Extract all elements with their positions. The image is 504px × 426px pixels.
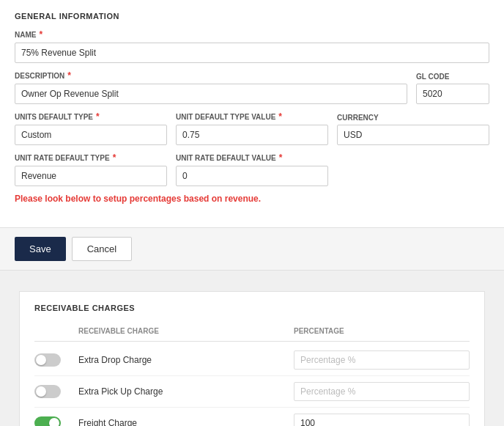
receivable-section: Receivable Charges Receivable Charge Per… (19, 291, 485, 426)
currency-group: Currency (337, 114, 489, 145)
receivable-table: Receivable Charge Percentage Extra Drop … (34, 324, 470, 426)
rate-row: Unit Rate Default Type * Unit Rate Defau… (15, 153, 489, 186)
unit-rate-value-group: Unit Rate Default Value * (176, 153, 328, 186)
toggle-switch-extra-drop[interactable] (34, 353, 61, 367)
rate-val-required: * (279, 153, 283, 163)
save-button[interactable]: Save (15, 237, 66, 261)
table-row: Freight Charge (34, 408, 470, 426)
units-type-required: * (96, 111, 100, 122)
general-info-title: General Information (15, 12, 489, 21)
toggle-extra-drop[interactable] (34, 353, 78, 367)
rate-type-required: * (113, 153, 116, 163)
units-default-type-input[interactable] (15, 125, 167, 145)
gl-code-label: GL Code (416, 73, 489, 81)
toggle-knob (36, 386, 46, 397)
unit-default-value-input[interactable] (176, 125, 328, 145)
unit-rate-type-label: Unit Rate Default Type * (15, 153, 167, 163)
toggle-knob (49, 418, 59, 426)
name-required: * (39, 29, 42, 40)
general-info-section: General Information Name * Description * (0, 0, 504, 228)
col-toggle-spacer (34, 327, 78, 335)
unit-rate-type-input[interactable] (15, 166, 167, 186)
gl-code-input[interactable] (416, 84, 489, 104)
page-wrapper: General Information Name * Description * (0, 0, 504, 426)
pct-input-extra-pickup[interactable] (294, 382, 470, 401)
description-label: Description * (15, 70, 407, 81)
toggle-freight[interactable] (34, 416, 78, 426)
unit-default-value-group: Unit Default Type Value * (176, 111, 328, 145)
receivable-wrapper: Receivable Charges Receivable Charge Per… (0, 271, 504, 426)
table-row: Extra Pick Up Charge (34, 376, 470, 408)
pct-input-extra-drop[interactable] (294, 350, 470, 370)
unit-default-value-label: Unit Default Type Value * (176, 111, 328, 122)
toggle-switch-extra-pickup[interactable] (34, 385, 61, 398)
description-input[interactable] (15, 84, 407, 104)
name-row: Name * (15, 29, 489, 63)
unit-val-required: * (278, 111, 282, 122)
currency-label: Currency (337, 114, 489, 122)
pct-input-freight[interactable] (294, 414, 470, 426)
units-default-type-group: Units Default Type * (15, 111, 167, 145)
unit-rate-type-group: Unit Rate Default Type * (15, 153, 167, 186)
charge-name-extra-pickup: Extra Pick Up Charge (78, 386, 294, 397)
name-input[interactable] (15, 43, 489, 63)
col-percentage-header: Percentage (294, 327, 470, 335)
action-bar: Save Cancel (0, 228, 504, 271)
description-group: Description * (15, 70, 407, 104)
description-required: * (67, 70, 71, 81)
cancel-button[interactable]: Cancel (72, 237, 132, 261)
col-charge-header: Receivable Charge (78, 327, 294, 335)
unit-rate-value-label: Unit Rate Default Value * (176, 153, 328, 163)
receivable-title: Receivable Charges (34, 304, 470, 312)
units-default-type-label: Units Default Type * (15, 111, 167, 122)
table-row: Extra Drop Charge (34, 345, 470, 376)
charge-name-extra-drop: Extra Drop Charge (78, 355, 294, 365)
currency-input[interactable] (337, 125, 489, 145)
toggle-switch-freight[interactable] (34, 416, 61, 426)
description-glcode-row: Description * GL Code (15, 70, 489, 104)
unit-rate-value-input[interactable] (176, 166, 328, 186)
receivable-header: Receivable Charge Percentage (34, 324, 470, 342)
name-label: Name * (15, 29, 489, 40)
gl-code-group: GL Code (416, 73, 489, 104)
warning-message: Please look below to setup percentages b… (15, 194, 489, 204)
name-group: Name * (15, 29, 489, 63)
units-row: Units Default Type * Unit Default Type V… (15, 111, 489, 145)
charge-name-freight: Freight Charge (78, 418, 294, 426)
toggle-knob (36, 355, 46, 365)
toggle-extra-pickup[interactable] (34, 385, 78, 398)
